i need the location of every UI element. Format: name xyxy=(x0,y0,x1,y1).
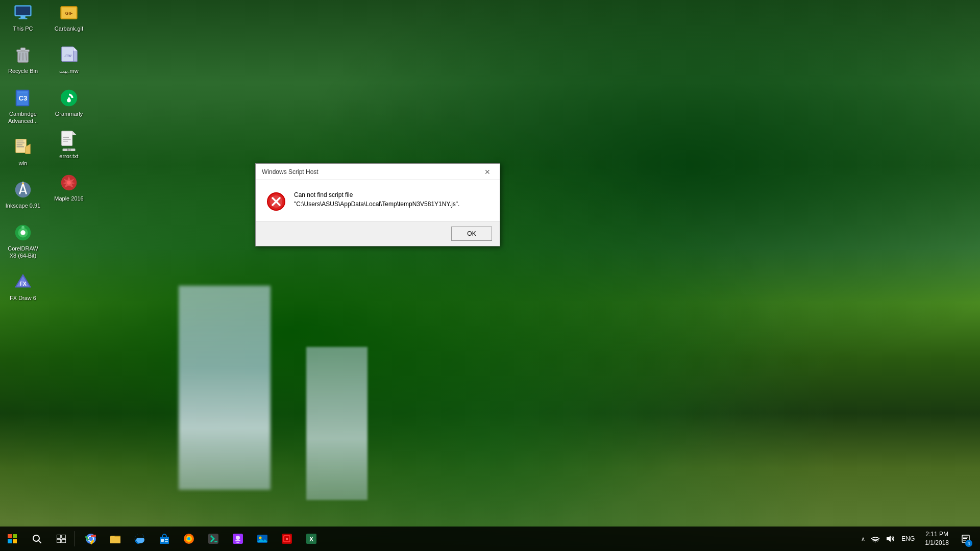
tray-volume-icon[interactable] xyxy=(884,533,896,545)
desktop-icon-recycle-bin[interactable]: Recycle Bin xyxy=(3,42,43,77)
desktop-icon-win[interactable]: win xyxy=(3,135,43,169)
svg-rect-13 xyxy=(18,91,28,93)
taskbar-chrome[interactable] xyxy=(79,527,103,551)
network-icon xyxy=(871,535,879,542)
svg-rect-55 xyxy=(13,534,17,538)
dialog-ok-button[interactable]: OK xyxy=(451,227,492,241)
desktop-icon-inkscape-label: Inkscape 0.91 xyxy=(6,202,41,209)
file-explorer-icon xyxy=(109,533,121,545)
store-icon xyxy=(158,533,170,545)
svg-text:.mw: .mw xyxy=(64,53,71,58)
desktop-icon-error-txt-label: error.txt xyxy=(59,153,78,160)
dialog-titlebar: Windows Script Host ✕ xyxy=(256,164,500,180)
desktop-icons-right: GIF Carbank.gif .mw بيت.mw xyxy=(48,0,89,207)
svg-rect-45 xyxy=(63,139,71,139)
taskbar-edge[interactable] xyxy=(128,527,152,551)
taskbar-app-purple[interactable] xyxy=(226,527,250,551)
desktop-icons-left: This PC Recycle Bin C3 xyxy=(3,0,43,307)
inkscape-icon xyxy=(13,179,33,201)
volume-icon xyxy=(886,535,894,542)
task-view-icon xyxy=(57,535,66,543)
desktop-icon-grammarly-label: Grammarly xyxy=(55,110,83,117)
svg-rect-18 xyxy=(17,146,24,147)
mw-icon: .mw xyxy=(59,44,79,66)
svg-rect-81 xyxy=(236,542,239,543)
svg-point-79 xyxy=(236,536,240,540)
desktop-icon-mw-label: بيت.mw xyxy=(59,67,78,74)
desktop-icon-coreldraw-label: CorelDRAW X8 (64-Bit) xyxy=(5,245,41,260)
grammarly-icon xyxy=(59,87,79,109)
taskbar-separator xyxy=(75,531,75,546)
taskbar-app-red[interactable] xyxy=(275,527,299,551)
svg-rect-87 xyxy=(286,538,288,540)
desktop-icon-maple-label: Maple 2016 xyxy=(54,195,84,202)
svg-point-25 xyxy=(21,226,24,229)
pc-icon xyxy=(13,2,33,23)
tray-expand-button[interactable]: ∧ xyxy=(860,536,867,542)
taskbar-app-green[interactable] xyxy=(201,527,226,551)
system-clock[interactable]: 2:11 PM 1/1/2018 xyxy=(920,527,954,551)
desktop-icon-fxdraw-label: FX Draw 6 xyxy=(10,294,36,302)
desktop-icon-cambridge-label: Cambridge Advanced... xyxy=(5,110,41,125)
desktop-icon-fxdraw[interactable]: FX FX Draw 6 xyxy=(3,269,43,304)
edge-icon xyxy=(134,533,146,545)
svg-rect-80 xyxy=(235,540,240,541)
svg-point-83 xyxy=(259,537,262,539)
taskbar-search-button[interactable] xyxy=(24,527,49,551)
action-center-button[interactable]: 4 xyxy=(957,527,975,551)
desktop-icon-cambridge[interactable]: C3 Cambridge Advanced... xyxy=(3,85,43,128)
tray-language[interactable]: ENG xyxy=(899,535,917,542)
fxdraw-icon: FX xyxy=(13,271,33,293)
windows-logo xyxy=(7,534,17,544)
desktop-icon-maple[interactable]: Maple 2016 xyxy=(48,170,89,205)
taskbar-photos[interactable] xyxy=(250,527,275,551)
win-icon xyxy=(13,137,33,158)
taskbar-excel[interactable]: X xyxy=(299,527,324,551)
dialog-footer: OK xyxy=(256,221,500,246)
recycle-bin-icon xyxy=(13,44,33,66)
start-button[interactable] xyxy=(0,527,24,551)
svg-rect-38 xyxy=(68,97,70,101)
svg-point-21 xyxy=(22,183,24,185)
svg-rect-70 xyxy=(161,539,164,542)
svg-rect-62 xyxy=(57,539,61,543)
svg-rect-68 xyxy=(110,537,120,543)
svg-rect-72 xyxy=(165,541,168,542)
desktop-icon-this-pc-label: This PC xyxy=(13,25,33,32)
desktop-icon-grammarly[interactable]: Grammarly xyxy=(48,85,89,120)
windows-script-host-dialog: Windows Script Host ✕ Can not find scrip… xyxy=(255,163,500,246)
taskbar-store[interactable] xyxy=(152,527,177,551)
taskbar-file-explorer[interactable] xyxy=(103,527,128,551)
svg-rect-1 xyxy=(16,7,31,15)
cambridge-icon: C3 xyxy=(13,87,33,109)
desktop-icon-error-txt[interactable]: txt error.txt xyxy=(48,128,89,162)
dialog-title: Windows Script Host xyxy=(262,168,318,176)
svg-text:C3: C3 xyxy=(18,94,27,102)
svg-rect-93 xyxy=(963,537,968,538)
svg-rect-63 xyxy=(62,539,66,543)
desktop-icon-win-label: win xyxy=(19,160,28,167)
svg-rect-15 xyxy=(17,141,23,141)
taskbar-pinned-apps: X xyxy=(76,527,854,551)
firefox-icon xyxy=(183,533,195,545)
taskbar-firefox[interactable] xyxy=(177,527,201,551)
svg-line-7 xyxy=(19,53,20,61)
maple-icon xyxy=(59,172,79,193)
desktop-icon-coreldraw[interactable]: CorelDRAW X8 (64-Bit) xyxy=(3,220,43,262)
svg-rect-61 xyxy=(62,535,66,538)
desktop-icon-this-pc[interactable]: This PC xyxy=(3,0,43,35)
desktop-icon-inkscape[interactable]: Inkscape 0.91 xyxy=(3,177,43,212)
task-view-button[interactable] xyxy=(49,527,74,551)
svg-rect-77 xyxy=(214,541,217,542)
desktop-icon-carbank[interactable]: GIF Carbank.gif xyxy=(48,0,89,35)
coreldraw-icon xyxy=(13,222,33,243)
carbank-icon: GIF xyxy=(59,2,79,23)
error-icon xyxy=(266,191,286,212)
svg-line-9 xyxy=(26,53,27,61)
tray-network-icon[interactable] xyxy=(869,533,881,545)
dialog-close-button[interactable]: ✕ xyxy=(481,166,494,178)
desktop-icon-mw[interactable]: .mw بيت.mw xyxy=(48,42,89,77)
svg-text:txt: txt xyxy=(67,148,70,151)
clock-date: 1/1/2018 xyxy=(925,539,949,547)
svg-rect-3 xyxy=(18,18,27,19)
